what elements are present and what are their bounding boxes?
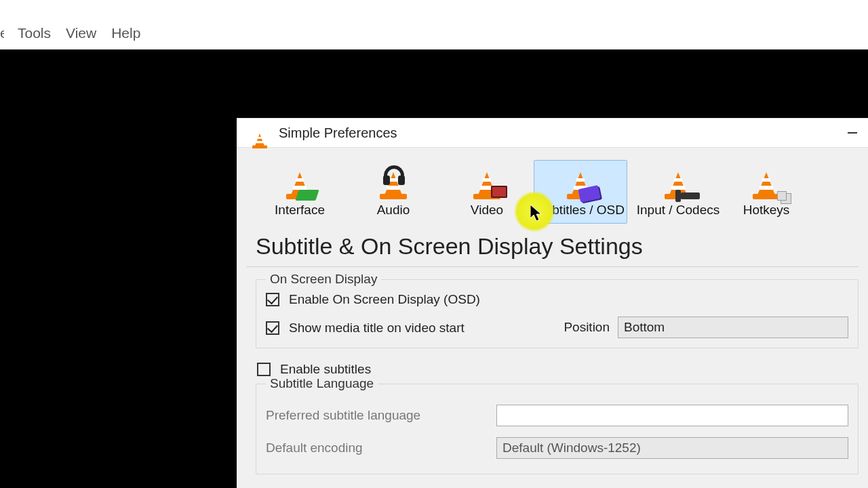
tab-hotkeys[interactable]: Hotkeys <box>729 160 804 224</box>
main-menubar: e Tools View Help <box>0 0 868 49</box>
cone-headphones-icon <box>380 168 407 199</box>
cone-plug-icon <box>665 168 692 199</box>
default-encoding-label: Default encoding <box>266 441 496 455</box>
sublang-legend: Subtitle Language <box>266 376 378 391</box>
tab-input-codecs[interactable]: Input / Codecs <box>627 160 729 224</box>
cone-film-icon <box>473 168 500 199</box>
tab-label: Video <box>471 203 503 218</box>
osd-fieldset: On Screen Display Enable On Screen Displ… <box>256 279 859 348</box>
cone-keys-icon <box>753 168 780 199</box>
vlc-cone-icon <box>252 131 267 148</box>
show-title-checkbox[interactable] <box>266 321 279 335</box>
menu-tools[interactable]: Tools <box>18 25 51 43</box>
menu-view[interactable]: View <box>66 25 96 43</box>
tab-video[interactable]: Video <box>440 160 534 224</box>
settings-form: On Screen Display Enable On Screen Displ… <box>246 267 859 474</box>
enable-subtitles-label: Enable subtitles <box>280 362 371 377</box>
tab-label: Input / Codecs <box>637 203 720 218</box>
preferred-language-input[interactable] <box>496 405 848 426</box>
menu-help[interactable]: Help <box>111 25 140 43</box>
tab-audio[interactable]: Audio <box>347 160 440 224</box>
preferences-dialog: Simple Preferences Interface Audio Video… <box>237 118 868 488</box>
osd-legend: On Screen Display <box>266 272 381 287</box>
subtitle-language-fieldset: Subtitle Language Preferred subtitle lan… <box>256 384 859 474</box>
tab-label: Interface <box>275 203 325 218</box>
tab-label: Hotkeys <box>743 203 790 218</box>
enable-osd-label: Enable On Screen Display (OSD) <box>289 292 480 307</box>
tab-subtitles-osd[interactable]: Subtitles / OSD <box>534 160 627 224</box>
default-encoding-select[interactable]: Default (Windows-1252) <box>496 437 848 459</box>
page-title: Subtitle & On Screen Display Settings <box>246 224 859 267</box>
dialog-body: Interface Audio Video Subtitles / OSD In… <box>237 147 868 488</box>
dialog-titlebar: Simple Preferences <box>237 119 868 147</box>
enable-osd-checkbox[interactable] <box>266 293 279 306</box>
category-tabstrip: Interface Audio Video Subtitles / OSD In… <box>246 148 859 224</box>
cone-icon <box>286 168 313 199</box>
menu-item-partial[interactable]: e <box>0 25 4 43</box>
position-label: Position <box>564 320 610 335</box>
tab-label: Subtitles / OSD <box>536 203 625 218</box>
enable-subtitles-checkbox[interactable] <box>257 363 271 376</box>
preferred-language-label: Preferred subtitle language <box>266 408 496 423</box>
cone-subtitle-icon <box>567 168 594 199</box>
tab-interface[interactable]: Interface <box>253 160 347 224</box>
show-title-label: Show media title on video start <box>289 321 465 336</box>
minimize-button[interactable] <box>837 119 868 146</box>
position-select[interactable]: Bottom <box>618 317 848 338</box>
tab-label: Audio <box>377 203 410 218</box>
dialog-title: Simple Preferences <box>279 125 397 141</box>
